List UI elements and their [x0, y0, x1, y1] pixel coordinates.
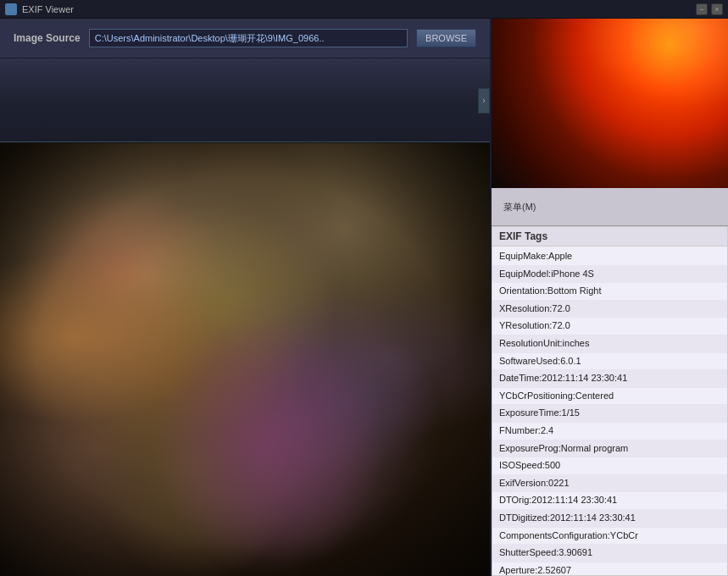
title-bar: EXIF Viewer − ×	[0, 0, 728, 19]
middle-area-line	[0, 141, 490, 142]
title-bar-left: EXIF Viewer	[5, 3, 74, 15]
exif-item: ComponentsConfiguration:YCbCr	[492, 528, 727, 546]
right-panel: 菜单(M) EXIF Tags EquipMake:AppleEquipMode…	[492, 19, 728, 576]
exif-item: EquipModel:iPhone 4S	[492, 266, 727, 284]
exif-list[interactable]: EquipMake:AppleEquipModel:iPhone 4SOrien…	[492, 246, 727, 575]
exif-item: ISOSpeed:500	[492, 457, 727, 475]
exif-item: ShutterSpeed:3.90691	[492, 545, 727, 562]
exif-item: DTDigitized:2012:11:14 23:30:41	[492, 510, 727, 528]
exif-item: YResolution:72.0	[492, 318, 727, 335]
thumbnail-area	[492, 19, 728, 188]
exif-item: DateTime:2012:11:14 23:30:41	[492, 370, 727, 388]
exif-item: XResolution:72.0	[492, 301, 727, 318]
exif-item: Orientation:Bottom Right	[492, 283, 727, 301]
app-title: EXIF Viewer	[22, 4, 74, 14]
sun-image	[492, 19, 728, 188]
image-display-area	[0, 143, 490, 576]
menu-bar: 菜单(M)	[492, 188, 728, 226]
exif-item: EquipMake:Apple	[492, 248, 727, 266]
exif-item: ExposureTime:1/15	[492, 405, 727, 423]
app-icon	[5, 3, 17, 15]
dark-corners	[0, 143, 490, 576]
left-panel: Image Source BROWSE ›	[0, 19, 492, 576]
exif-header: EXIF Tags	[492, 227, 727, 246]
close-button[interactable]: ×	[711, 3, 723, 15]
exif-item: YCbCrPositioning:Centered	[492, 388, 727, 406]
exif-item: ResolutionUnit:inches	[492, 335, 727, 353]
exif-item: DTOrig:2012:11:14 23:30:41	[492, 492, 727, 510]
underwater-image	[0, 143, 490, 576]
exif-item: ExposureProg:Normal program	[492, 440, 727, 458]
image-source-input[interactable]	[89, 29, 408, 47]
image-source-label: Image Source	[14, 32, 81, 44]
exif-item: ExifVersion:0221	[492, 475, 727, 493]
exif-item: SoftwareUsed:6.0.1	[492, 353, 727, 371]
middle-area: ›	[0, 58, 490, 143]
browse-button[interactable]: BROWSE	[416, 29, 476, 47]
exif-panel: EXIF Tags EquipMake:AppleEquipModel:iPho…	[492, 226, 728, 576]
exif-item: FNumber:2.4	[492, 423, 727, 440]
app-container: Image Source BROWSE ›	[0, 19, 728, 576]
underwater-bg	[0, 143, 490, 576]
image-source-bar: Image Source BROWSE	[0, 19, 490, 58]
minimize-button[interactable]: −	[696, 3, 708, 15]
menu-item-main[interactable]: 菜单(M)	[498, 199, 542, 215]
expand-button[interactable]: ›	[478, 88, 490, 114]
window-controls: − ×	[696, 3, 723, 15]
exif-item: Aperture:2.52607	[492, 562, 727, 575]
sun-glow	[559, 19, 728, 120]
